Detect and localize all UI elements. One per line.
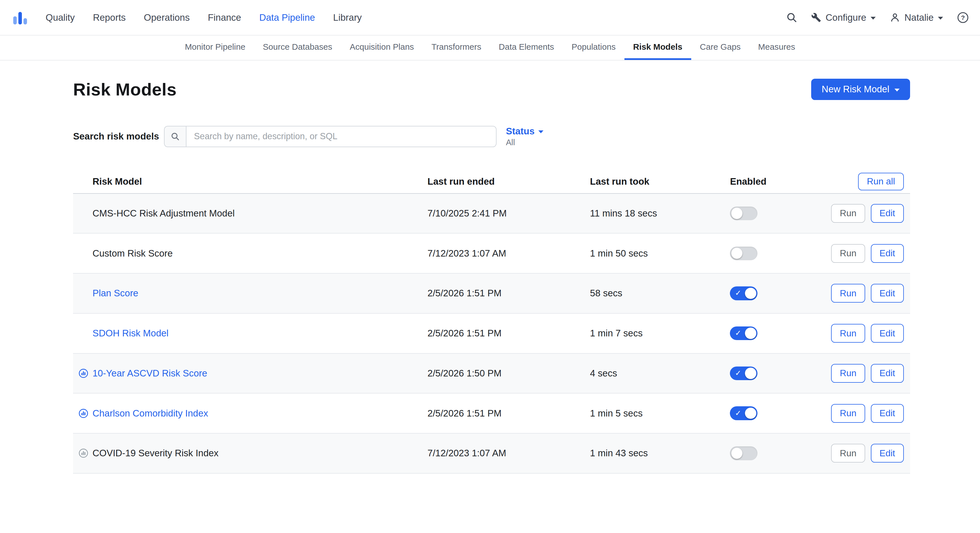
- status-filter[interactable]: Status All: [506, 125, 543, 148]
- tab-source-databases[interactable]: Source Databases: [254, 35, 341, 60]
- toggle-knob: [745, 368, 756, 379]
- row-actions: Run Edit: [836, 404, 910, 423]
- enabled-cell: [730, 247, 836, 260]
- nav-item-finance[interactable]: Finance: [208, 12, 241, 23]
- page-title: Risk Models: [73, 78, 177, 101]
- search-input[interactable]: [186, 126, 496, 147]
- last-run-took-value: 1 min 7 secs: [590, 328, 730, 339]
- last-run-ended-value: 7/12/2023 1:07 AM: [428, 448, 590, 458]
- risk-model-name[interactable]: Charlson Comorbidity Index: [92, 408, 208, 419]
- last-run-ended-value: 2/5/2026 1:50 PM: [428, 368, 590, 379]
- configure-menu[interactable]: Configure: [811, 12, 876, 23]
- risk-model-name-cell: 10-Year ASCVD Risk Score: [73, 368, 428, 379]
- search-addon: [164, 126, 186, 147]
- chevron-down-icon: [538, 130, 543, 133]
- risk-models-table: Risk Model Last run ended Last run took …: [73, 170, 910, 474]
- enabled-toggle[interactable]: ✓: [730, 327, 757, 340]
- tab-measures[interactable]: Measures: [749, 35, 804, 60]
- logo-icon: [11, 9, 29, 27]
- run-button[interactable]: Run: [831, 204, 865, 223]
- table-row: 10-Year ASCVD Risk Score 2/5/2026 1:50 P…: [73, 354, 910, 394]
- edit-button[interactable]: Edit: [871, 404, 904, 423]
- run-all-button[interactable]: Run all: [858, 173, 904, 190]
- status-filter-value: All: [506, 138, 543, 148]
- tab-transformers[interactable]: Transformers: [423, 35, 490, 60]
- configure-label: Configure: [826, 12, 866, 23]
- nav-item-library[interactable]: Library: [333, 12, 362, 23]
- analytics-icon: [79, 368, 88, 378]
- help-icon[interactable]: ?: [957, 12, 969, 24]
- app-logo[interactable]: [11, 9, 29, 27]
- tab-care-gaps[interactable]: Care Gaps: [691, 35, 749, 60]
- edit-button[interactable]: Edit: [871, 204, 904, 223]
- run-button[interactable]: Run: [831, 444, 865, 463]
- edit-button[interactable]: Edit: [871, 244, 904, 263]
- tab-monitor-pipeline[interactable]: Monitor Pipeline: [176, 35, 254, 60]
- title-row: Risk Models New Risk Model: [73, 78, 910, 101]
- enabled-toggle[interactable]: [730, 446, 757, 460]
- search-input-group: [164, 126, 496, 147]
- last-run-took-value: 4 secs: [590, 368, 730, 379]
- tab-data-elements[interactable]: Data Elements: [490, 35, 563, 60]
- row-actions: Run Edit: [836, 444, 910, 463]
- chevron-down-icon: [870, 17, 876, 20]
- edit-button[interactable]: Edit: [871, 444, 904, 463]
- risk-model-name: COVID-19 Severity Risk Index: [92, 448, 218, 458]
- edit-button[interactable]: Edit: [871, 364, 904, 383]
- risk-model-name-cell: Charlson Comorbidity Index: [73, 408, 428, 419]
- edit-button[interactable]: Edit: [871, 324, 904, 343]
- column-header-risk-model: Risk Model: [73, 176, 428, 187]
- risk-model-name: Custom Risk Score: [92, 248, 172, 259]
- column-header-last-run-ended: Last run ended: [428, 176, 590, 187]
- pipeline-subnav: Monitor PipelineSource DatabasesAcquisit…: [0, 35, 980, 60]
- run-button[interactable]: Run: [831, 284, 865, 303]
- run-button[interactable]: Run: [831, 404, 865, 423]
- enabled-toggle[interactable]: ✓: [730, 366, 757, 380]
- check-icon: ✓: [735, 409, 741, 417]
- nav-item-data-pipeline[interactable]: Data Pipeline: [259, 12, 315, 23]
- person-icon: [889, 12, 900, 23]
- search-icon[interactable]: [786, 12, 797, 23]
- enabled-toggle[interactable]: ✓: [730, 406, 757, 420]
- enabled-toggle[interactable]: [730, 247, 757, 260]
- enabled-cell: ✓: [730, 406, 836, 420]
- nav-item-operations[interactable]: Operations: [144, 12, 189, 23]
- main-content: Risk Models New Risk Model Search risk m…: [0, 78, 980, 474]
- chevron-down-icon: [938, 17, 943, 20]
- user-menu[interactable]: Natalie: [889, 12, 943, 23]
- enabled-toggle[interactable]: ✓: [730, 286, 757, 300]
- column-header-last-run-took: Last run took: [590, 176, 730, 187]
- risk-model-name-cell: COVID-19 Severity Risk Index: [73, 448, 428, 458]
- nav-item-reports[interactable]: Reports: [93, 12, 126, 23]
- edit-button[interactable]: Edit: [871, 284, 904, 303]
- tab-risk-models[interactable]: Risk Models: [624, 35, 691, 60]
- row-actions: Run Edit: [836, 204, 910, 223]
- chevron-down-icon: [894, 89, 900, 92]
- toggle-knob: [731, 208, 743, 219]
- nav-item-quality[interactable]: Quality: [46, 12, 75, 23]
- risk-model-name[interactable]: 10-Year ASCVD Risk Score: [92, 368, 207, 379]
- row-actions: Run Edit: [836, 244, 910, 263]
- risk-model-name-cell: CMS-HCC Risk Adjustment Model: [73, 208, 428, 219]
- toggle-knob: [731, 448, 743, 459]
- run-button[interactable]: Run: [831, 364, 865, 383]
- enabled-toggle[interactable]: [730, 206, 757, 220]
- run-button[interactable]: Run: [831, 244, 865, 263]
- risk-model-name[interactable]: Plan Score: [92, 288, 138, 298]
- table-row: Custom Risk Score 7/12/2023 1:07 AM 1 mi…: [73, 233, 910, 274]
- row-actions: Run Edit: [836, 364, 910, 383]
- toggle-knob: [745, 288, 756, 299]
- table-header-row: Risk Model Last run ended Last run took …: [73, 170, 910, 194]
- table-row: SDOH Risk Model 2/5/2026 1:51 PM 1 min 7…: [73, 314, 910, 354]
- tab-populations[interactable]: Populations: [563, 35, 624, 60]
- last-run-ended-value: 2/5/2026 1:51 PM: [428, 288, 590, 298]
- table-row: Plan Score 2/5/2026 1:51 PM 58 secs ✓ Ru…: [73, 274, 910, 314]
- run-button[interactable]: Run: [831, 324, 865, 343]
- new-risk-model-label: New Risk Model: [822, 84, 889, 95]
- enabled-cell: ✓: [730, 327, 836, 340]
- last-run-took-value: 11 mins 18 secs: [590, 208, 730, 219]
- tab-acquisition-plans[interactable]: Acquisition Plans: [341, 35, 423, 60]
- enabled-cell: ✓: [730, 366, 836, 380]
- new-risk-model-button[interactable]: New Risk Model: [811, 79, 910, 100]
- risk-model-name[interactable]: SDOH Risk Model: [92, 328, 168, 339]
